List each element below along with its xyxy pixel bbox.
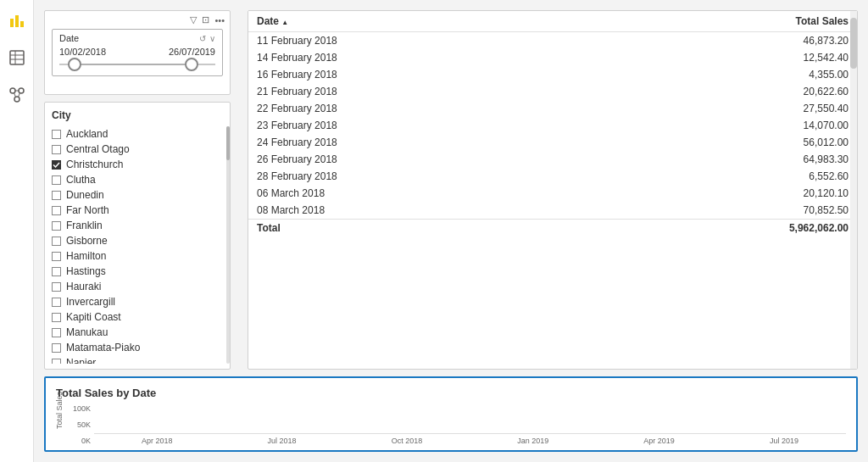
city-checkbox[interactable] xyxy=(52,282,61,292)
reset-icon[interactable]: ↺ xyxy=(199,34,206,43)
city-checkbox[interactable] xyxy=(52,206,61,215)
date-range-labels: 10/02/2018 26/07/2019 xyxy=(59,47,215,57)
expand-icon[interactable]: ∨ xyxy=(209,34,215,43)
city-list-item[interactable]: Auckland xyxy=(52,126,223,142)
y-label-0k: 0K xyxy=(81,437,91,445)
date-cell: 14 February 2018 xyxy=(248,49,589,66)
city-list[interactable]: AucklandCentral OtagoChristchurchCluthaD… xyxy=(45,126,230,364)
total-label: Total xyxy=(248,220,589,237)
slicer-start-date: 10/02/2018 xyxy=(59,47,106,57)
city-list-item[interactable]: Hauraki xyxy=(52,279,223,294)
city-label: Gisborne xyxy=(66,235,108,247)
svg-point-7 xyxy=(10,88,15,93)
city-label: Invercargill xyxy=(66,296,115,308)
sales-table: Date ▲ Total Sales 11 February 201846,87… xyxy=(248,11,857,237)
slider-track xyxy=(59,64,215,65)
city-checkbox[interactable] xyxy=(52,267,61,276)
city-label: Hastings xyxy=(66,265,106,277)
city-checkbox[interactable] xyxy=(52,343,61,353)
city-checkbox[interactable] xyxy=(52,221,61,231)
city-checkbox[interactable] xyxy=(52,298,61,307)
main-content: ▽ ⊡ ••• Date ↺ ∨ 10/02/2018 26/07/2019 xyxy=(34,0,868,462)
x-axis-labels: Apr 2018Jul 2018Oct 2018Jan 2019Apr 2019… xyxy=(94,434,846,445)
city-list-item[interactable]: Clutha xyxy=(52,172,223,187)
svg-rect-2 xyxy=(20,21,24,27)
sidebar xyxy=(0,0,34,462)
city-label: Central Otago xyxy=(66,143,130,155)
city-label: Clutha xyxy=(66,174,96,186)
sales-cell: 56,012.00 xyxy=(589,134,857,151)
city-checkbox[interactable] xyxy=(52,313,61,322)
city-label: Hamilton xyxy=(66,250,106,262)
city-label: Franklin xyxy=(66,220,103,231)
city-list-item[interactable]: Franklin xyxy=(52,218,223,233)
city-list-item[interactable]: Manukau xyxy=(52,325,223,340)
city-checkbox[interactable] xyxy=(52,237,61,246)
chart-inner: Apr 2018Jul 2018Oct 2018Jan 2019Apr 2019… xyxy=(94,433,846,445)
table-row: 16 February 20184,355.00 xyxy=(248,66,857,83)
city-checkbox[interactable] xyxy=(52,145,61,154)
filter-icon[interactable]: ▽ xyxy=(190,14,197,25)
sales-cell: 6,552.60 xyxy=(589,168,857,185)
city-list-item[interactable]: Napier xyxy=(52,355,223,364)
city-scrollbar-thumb[interactable] xyxy=(226,126,230,160)
city-list-item[interactable]: Hamilton xyxy=(52,248,223,264)
city-checkbox[interactable] xyxy=(52,130,61,139)
sales-cell: 64,983.30 xyxy=(589,151,857,168)
date-column-header[interactable]: Date ▲ xyxy=(248,11,589,32)
model-icon[interactable] xyxy=(5,83,29,107)
city-checkbox[interactable] xyxy=(52,175,61,185)
table-row: 24 February 201856,012.00 xyxy=(248,134,857,151)
sales-cell: 20,622.60 xyxy=(589,83,857,100)
sales-cell: 27,550.40 xyxy=(589,100,857,117)
city-checkbox[interactable] xyxy=(52,191,61,200)
table-row: 28 February 20186,552.60 xyxy=(248,168,857,185)
sales-cell: 20,120.10 xyxy=(589,185,857,202)
city-list-item[interactable]: Gisborne xyxy=(52,233,223,248)
city-label: Kapiti Coast xyxy=(66,311,121,323)
city-list-item[interactable]: Hastings xyxy=(52,264,223,279)
city-label: Dunedin xyxy=(66,189,104,201)
city-filter-panel: City AucklandCentral OtagoChristchurchCl… xyxy=(44,102,231,370)
city-checkbox[interactable] xyxy=(52,252,61,261)
x-axis-label: Jan 2019 xyxy=(517,437,548,445)
city-list-item[interactable]: Christchurch xyxy=(52,157,223,172)
city-label: Manukau xyxy=(66,326,108,338)
slider-left-thumb[interactable] xyxy=(68,58,81,71)
city-scrollbar[interactable] xyxy=(226,126,230,364)
slider-right-thumb[interactable] xyxy=(185,58,198,71)
table-icon[interactable] xyxy=(5,46,29,70)
city-filter-title: City xyxy=(45,108,230,126)
city-list-item[interactable]: Invercargill xyxy=(52,294,223,309)
city-list-item[interactable]: Kapiti Coast xyxy=(52,309,223,325)
city-checkbox[interactable] xyxy=(52,359,61,365)
date-cell: 21 February 2018 xyxy=(248,83,589,100)
city-list-item[interactable]: Far North xyxy=(52,203,223,218)
city-list-item[interactable]: Matamata-Piako xyxy=(52,340,223,355)
sales-cell: 14,070.00 xyxy=(589,117,857,134)
format-icon[interactable]: ⊡ xyxy=(202,14,209,25)
date-cell: 08 March 2018 xyxy=(248,202,589,220)
city-label: Matamata-Piako xyxy=(66,342,140,353)
svg-line-12 xyxy=(18,93,19,97)
city-checkbox[interactable] xyxy=(52,328,61,337)
x-axis-label: Apr 2019 xyxy=(643,437,675,445)
table-scrollbar[interactable] xyxy=(850,11,857,369)
city-list-item[interactable]: Central Otago xyxy=(52,142,223,157)
chart-area: 100K 50K 0K Total Sales Apr 2018Jul 2018… xyxy=(56,404,846,445)
bar-chart-icon[interactable] xyxy=(5,8,29,32)
chart-title: Total Sales by Date xyxy=(56,387,846,399)
table-scrollbar-thumb[interactable] xyxy=(850,18,857,69)
city-list-item[interactable]: Dunedin xyxy=(52,187,223,203)
sales-cell: 70,852.50 xyxy=(589,202,857,220)
sales-column-header[interactable]: Total Sales xyxy=(589,11,857,32)
svg-point-8 xyxy=(19,88,24,93)
more-icon[interactable]: ••• xyxy=(214,15,225,25)
slider-fill xyxy=(75,64,192,65)
slicer-toolbar: ▽ ⊡ ••• xyxy=(45,11,230,27)
svg-rect-3 xyxy=(10,51,24,64)
table-row: 23 February 201814,070.00 xyxy=(248,117,857,134)
table-row: 14 February 201812,542.40 xyxy=(248,49,857,66)
city-checkbox[interactable] xyxy=(52,160,61,170)
left-panels: ▽ ⊡ ••• Date ↺ ∨ 10/02/2018 26/07/2019 xyxy=(44,10,239,370)
